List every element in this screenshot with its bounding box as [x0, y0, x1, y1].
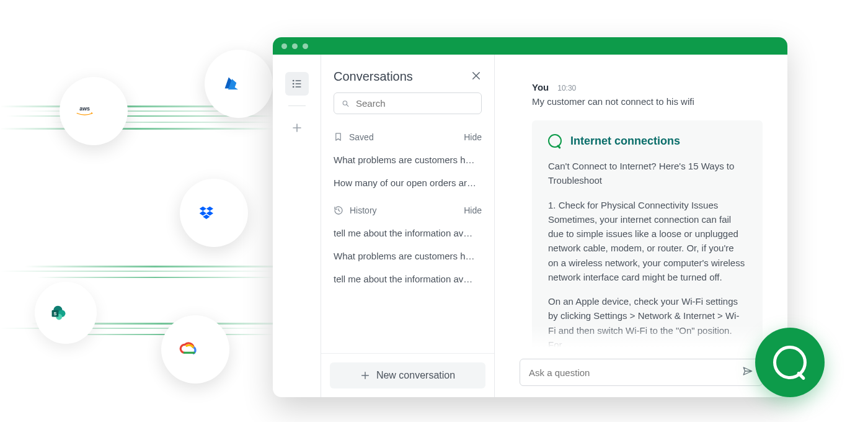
chat-scroll: You 10:30 My customer can not connect to… [495, 55, 787, 350]
plus-icon [360, 370, 370, 380]
history-hide-button[interactable]: Hide [464, 205, 482, 215]
answer-paragraph: On an Apple device, check your Wi-Fi set… [548, 294, 746, 350]
user-message: My customer can not connect to his wifi [532, 96, 763, 107]
svg-text:aws: aws [79, 106, 90, 112]
rail-add-button[interactable] [285, 116, 309, 140]
search-input[interactable] [356, 98, 474, 109]
conversations-panel: Conversations [321, 55, 495, 397]
answer-paragraph: Can't Connect to Internet? Here's 15 Way… [548, 159, 746, 188]
window-titlebar [273, 37, 787, 55]
assistant-fab[interactable] [755, 328, 825, 397]
list-icon [291, 78, 303, 90]
brand-search-icon [773, 346, 807, 379]
svg-point-6 [292, 80, 294, 82]
close-icon [471, 70, 482, 81]
svg-point-12 [343, 101, 347, 105]
send-button[interactable] [742, 366, 753, 379]
sharepoint-icon: S [50, 304, 82, 322]
dropbox-icon [197, 204, 231, 222]
rail-divider [288, 106, 306, 106]
svg-text:S: S [54, 312, 57, 316]
svg-point-7 [292, 83, 294, 85]
rail-conversations-button[interactable] [285, 72, 309, 96]
svg-point-8 [292, 86, 294, 88]
answer-paragraph: 1. Check for Physical Connectivity Issue… [548, 198, 746, 285]
history-section-label: History [350, 205, 377, 215]
svg-rect-11 [295, 86, 301, 88]
chat-input[interactable] [529, 367, 742, 378]
plus-icon [291, 122, 303, 133]
send-icon [742, 366, 753, 377]
message-author: You [532, 82, 549, 92]
traffic-light-zoom[interactable] [303, 43, 308, 49]
app-window: Conversations [273, 37, 787, 397]
bookmark-icon [334, 132, 343, 142]
left-rail [273, 55, 321, 397]
googlecloud-icon [179, 340, 212, 359]
saved-item[interactable]: How many of our open orders ar… [321, 171, 494, 194]
history-item[interactable]: What problems are customers h… [321, 245, 494, 267]
chat-input-wrap[interactable] [520, 359, 763, 386]
saved-item[interactable]: What problems are customers h… [321, 148, 494, 171]
integration-azure [205, 50, 273, 118]
aws-icon: aws [74, 104, 113, 118]
history-icon [334, 205, 343, 215]
saved-hide-button[interactable]: Hide [464, 132, 482, 142]
integration-dropbox [180, 179, 248, 247]
traffic-light-minimize[interactable] [292, 43, 298, 49]
saved-section-label: Saved [349, 132, 374, 142]
svg-rect-10 [295, 83, 301, 84]
answer-body: Can't Connect to Internet? Here's 15 Way… [548, 159, 746, 350]
integration-googlecloud [161, 315, 229, 384]
search-input-wrap[interactable] [334, 92, 482, 114]
history-item[interactable]: tell me about the information av… [321, 267, 494, 290]
chat-area: You 10:30 My customer can not connect to… [495, 55, 787, 397]
new-conversation-label: New conversation [376, 370, 455, 381]
message-time: 10:30 [557, 84, 576, 92]
conversations-title: Conversations [334, 70, 413, 84]
new-conversation-button[interactable]: New conversation [330, 362, 485, 388]
integration-sharepoint: S [35, 282, 97, 344]
search-icon [342, 99, 350, 109]
history-item[interactable]: tell me about the information av… [321, 222, 494, 245]
traffic-light-close[interactable] [281, 43, 287, 49]
answer-title: Internet connections [570, 135, 680, 148]
svg-rect-9 [295, 80, 301, 81]
close-panel-button[interactable] [471, 70, 482, 84]
brand-icon [548, 134, 562, 148]
integration-aws: aws [60, 77, 128, 145]
answer-card: Internet connections Can't Connect to In… [532, 120, 763, 350]
azure-icon [223, 75, 255, 93]
